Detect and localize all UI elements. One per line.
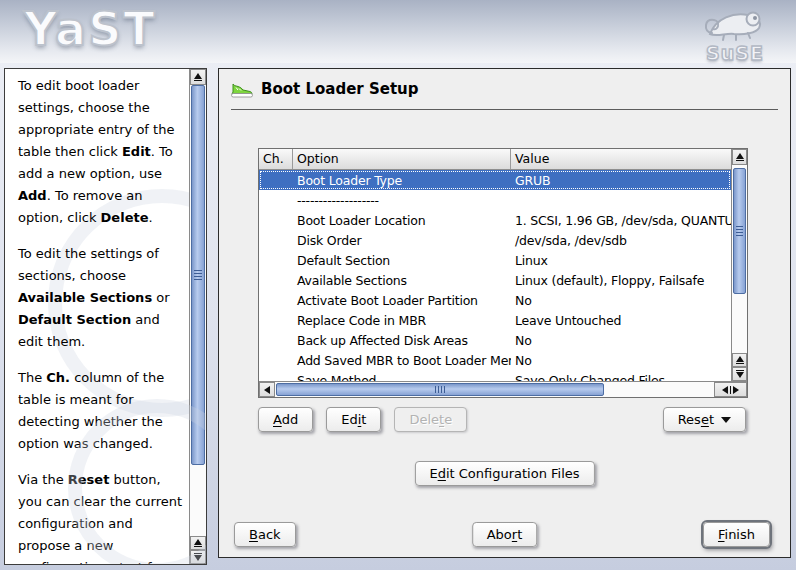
table-cell-option: Back up Affected Disk Areas bbox=[293, 333, 511, 348]
table-row[interactable]: Default SectionLinux bbox=[259, 250, 731, 270]
delete-button[interactable]: Delete bbox=[394, 407, 467, 432]
edit-button[interactable]: Edit bbox=[326, 407, 381, 432]
table-row[interactable]: Available SectionsLinux (default), Flopp… bbox=[259, 270, 731, 290]
dropdown-caret-icon bbox=[721, 417, 731, 423]
scrollbar-track[interactable] bbox=[190, 85, 206, 536]
scrollbar-thumb[interactable] bbox=[191, 85, 205, 465]
table-cell-value: No bbox=[511, 353, 731, 368]
table-cell-value: GRUB bbox=[511, 173, 731, 188]
scroll-up-button[interactable] bbox=[732, 149, 747, 165]
help-paragraph: The Ch. column of the table is meant for… bbox=[18, 367, 183, 455]
scrollbar-track[interactable] bbox=[732, 165, 747, 353]
table-cell-option: Default Section bbox=[293, 253, 511, 268]
table-row[interactable]: Boot Loader TypeGRUB bbox=[259, 170, 731, 190]
finish-button[interactable]: Finish bbox=[703, 522, 770, 547]
table-cell-option: Save Method bbox=[293, 373, 511, 382]
sidebar-scrollbar[interactable] bbox=[189, 69, 206, 564]
table-cell-value: /dev/sda, /dev/sdb bbox=[511, 233, 731, 248]
edit-configuration-files-button[interactable]: Edit Configuration Files bbox=[414, 461, 594, 486]
table-row[interactable]: ------------------- bbox=[259, 190, 731, 210]
scroll-up-button[interactable] bbox=[732, 353, 747, 367]
scrollbar-thumb[interactable] bbox=[276, 383, 604, 396]
scroll-up-button[interactable] bbox=[190, 536, 206, 550]
table-cell-value: Linux (default), Floppy, Failsafe bbox=[511, 273, 731, 288]
dialog-title: Boot Loader Setup bbox=[231, 80, 419, 98]
page-title: Boot Loader Setup bbox=[261, 80, 419, 98]
table-horizontal-scrollbar[interactable] bbox=[259, 381, 747, 397]
scroll-down-button[interactable] bbox=[190, 550, 206, 564]
column-header-option[interactable]: Option bbox=[293, 149, 511, 169]
table-body: Boot Loader TypeGRUB-------------------B… bbox=[259, 170, 731, 381]
table-cell-value: Save Only Changed Files bbox=[511, 373, 731, 382]
table-row[interactable]: Boot Loader Location1. SCSI, 1.96 GB, /d… bbox=[259, 210, 731, 230]
table-cell-value: 1. SCSI, 1.96 GB, /dev/sda, QUANTUM-FIRE… bbox=[511, 213, 731, 228]
help-paragraph: To edit the settings of sections, choose… bbox=[18, 243, 183, 353]
table-row[interactable]: Save MethodSave Only Changed Files bbox=[259, 370, 731, 381]
table-vertical-scrollbar[interactable] bbox=[731, 149, 747, 381]
table-cell-option: Boot Loader Location bbox=[293, 213, 511, 228]
table-cell-option: Available Sections bbox=[293, 273, 511, 288]
table-cell-value: Leave Untouched bbox=[511, 313, 731, 328]
table-viewport: Ch. Option Value Boot Loader TypeGRUB---… bbox=[259, 149, 731, 381]
table-row[interactable]: Replace Code in MBRLeave Untouched bbox=[259, 310, 731, 330]
suse-gecko-icon bbox=[698, 4, 772, 44]
abort-button[interactable]: Abort bbox=[472, 522, 538, 547]
table-cell-option: ------------------- bbox=[293, 193, 511, 208]
table-cell-option: Disk Order bbox=[293, 233, 511, 248]
table-header: Ch. Option Value bbox=[259, 149, 731, 170]
table-cell-option: Replace Code in MBR bbox=[293, 313, 511, 328]
add-button[interactable]: Add bbox=[258, 407, 313, 432]
top-banner: YaST SuSE bbox=[0, 0, 796, 63]
help-text: To edit boot loader settings, choose the… bbox=[5, 69, 189, 564]
table-row[interactable]: Back up Affected Disk AreasNo bbox=[259, 330, 731, 350]
scroll-up-button[interactable] bbox=[190, 69, 206, 85]
help-sidebar: To edit boot loader settings, choose the… bbox=[4, 68, 207, 565]
boot-shoe-icon bbox=[231, 81, 253, 98]
table-cell-value: Linux bbox=[511, 253, 731, 268]
scrollbar-thumb[interactable] bbox=[733, 168, 746, 294]
suse-logo: SuSE bbox=[690, 4, 780, 64]
table-cell-option: Boot Loader Type bbox=[293, 173, 511, 188]
reset-button[interactable]: Reset bbox=[663, 407, 746, 432]
table-cell-value: No bbox=[511, 333, 731, 348]
scroll-left-right-buttons[interactable] bbox=[714, 382, 747, 397]
help-paragraph: To edit boot loader settings, choose the… bbox=[18, 75, 183, 229]
title-separator bbox=[231, 109, 778, 110]
scroll-down-button[interactable] bbox=[732, 367, 747, 381]
scroll-left-button[interactable] bbox=[259, 382, 275, 397]
suse-logo-text: SuSE bbox=[690, 42, 780, 64]
table-cell-option: Activate Boot Loader Partition bbox=[293, 293, 511, 308]
scrollbar-track[interactable] bbox=[275, 382, 714, 397]
table-row[interactable]: Add Saved MBR to Boot Loader MenuNo bbox=[259, 350, 731, 370]
yast-logo: YaST bbox=[24, 2, 157, 56]
table-row[interactable]: Activate Boot Loader PartitionNo bbox=[259, 290, 731, 310]
back-button[interactable]: Back bbox=[234, 522, 296, 547]
main-panel: Boot Loader Setup Ch. Option Value Boot … bbox=[218, 68, 791, 558]
column-header-value[interactable]: Value bbox=[511, 149, 731, 169]
table-cell-value: No bbox=[511, 293, 731, 308]
table-row[interactable]: Disk Order/dev/sda, /dev/sdb bbox=[259, 230, 731, 250]
help-paragraph: Via the Reset button, you can clear the … bbox=[18, 469, 183, 565]
column-header-ch[interactable]: Ch. bbox=[259, 149, 293, 169]
boot-options-table: Ch. Option Value Boot Loader TypeGRUB---… bbox=[258, 148, 748, 398]
table-cell-option: Add Saved MBR to Boot Loader Menu bbox=[293, 353, 511, 368]
